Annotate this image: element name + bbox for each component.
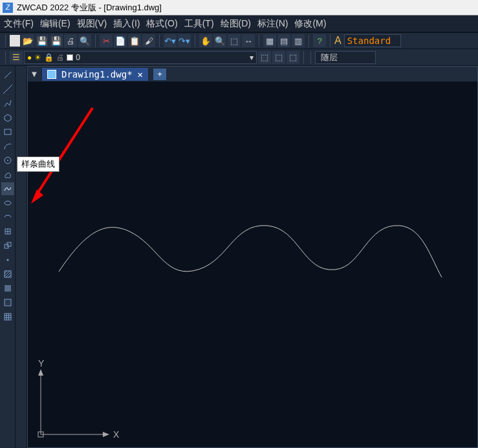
hatch-tool[interactable] (1, 268, 14, 281)
tab-label: Drawing1.dwg* (61, 69, 133, 80)
menu-tools[interactable]: 工具(T) (184, 18, 214, 30)
saveall-button[interactable]: 💾 (50, 34, 63, 47)
menu-edit[interactable]: 编辑(E) (40, 18, 71, 30)
layer-manager-button[interactable]: ☰ (10, 51, 23, 64)
menu-insert[interactable]: 插入(I) (113, 18, 140, 30)
drawing-canvas[interactable]: ▼ Drawing1.dwg* ✕ + Y X (27, 66, 478, 448)
zoom-extents-button[interactable]: ↔ (242, 34, 255, 47)
style-dropdown[interactable]: Standard (344, 34, 401, 47)
spline-tool[interactable] (1, 182, 14, 195)
point-tool[interactable] (1, 253, 14, 266)
cut-button[interactable]: ✂ (100, 34, 113, 47)
construction-line-tool[interactable] (1, 83, 14, 96)
separator-icon (309, 34, 309, 47)
ellipse-arc-tool[interactable] (1, 211, 14, 224)
help-button[interactable]: ? (313, 34, 326, 47)
annotation-arrow-head (31, 189, 43, 204)
separator-icon (159, 34, 160, 47)
rectangle-tool[interactable] (1, 125, 14, 138)
layer-color-swatch (67, 54, 73, 61)
toolbar-1: 📂 💾 💾 🖨 🔍 ✂ 📄 📋 🖌 ↶▾ ↷▾ ✋ 🔍 ⬚ ↔ ▦ ▤ ▥ ? … (0, 32, 478, 49)
zoom-button[interactable]: 🔍 (213, 34, 226, 47)
lock-icon: 🔒 (44, 53, 54, 62)
window-title: ZWCAD 2022 专业版 - [Drawing1.dwg] (17, 2, 162, 14)
chevron-down-icon: ▾ (250, 53, 254, 62)
ellipse-tool[interactable] (1, 197, 14, 209)
dwg-file-icon (47, 70, 56, 79)
main-area: ▼ Drawing1.dwg* ✕ + Y X (0, 66, 478, 448)
polygon-tool[interactable] (1, 111, 14, 124)
copy-button[interactable]: 📄 (114, 34, 127, 47)
open-folder-button[interactable]: 📂 (21, 34, 34, 47)
layer-freeze-button[interactable]: ⬚ (287, 51, 299, 64)
separator-icon (259, 34, 259, 47)
grip-icon (5, 34, 6, 47)
separator-icon (195, 34, 195, 47)
layer-name: 0 (76, 53, 80, 62)
menu-view[interactable]: 视图(V) (77, 18, 107, 30)
props-button[interactable]: ▦ (263, 34, 276, 47)
region-tool[interactable] (1, 296, 14, 309)
svg-rect-14 (5, 314, 11, 320)
zoom-window-button[interactable]: ⬚ (228, 34, 241, 47)
svg-point-6 (5, 201, 11, 205)
document-tab[interactable]: Drawing1.dwg* ✕ (42, 68, 148, 81)
menubar: 文件(F) 编辑(E) 视图(V) 插入(I) 格式(O) 工具(T) 绘图(D… (0, 16, 478, 32)
print-icon: 🖨 (56, 53, 64, 62)
table-tool[interactable] (1, 310, 14, 323)
match-button[interactable]: 🖌 (142, 34, 155, 47)
svg-rect-12 (5, 285, 11, 292)
bulb-icon: ● (27, 53, 32, 62)
drawn-spline (59, 226, 442, 277)
titlebar: Z ZWCAD 2022 专业版 - [Drawing1.dwg] (0, 0, 478, 16)
menu-draw[interactable]: 绘图(D) (221, 18, 251, 30)
save-button[interactable]: 💾 (36, 34, 49, 47)
spline-tooltip: 样条曲线 (17, 156, 60, 172)
svg-point-5 (7, 160, 8, 161)
new-file-button[interactable] (10, 35, 20, 47)
redo-button[interactable]: ↷▾ (178, 34, 191, 47)
tab-list-dropdown[interactable]: ▼ (29, 69, 39, 79)
grip-icon (5, 51, 6, 64)
svg-rect-3 (5, 129, 11, 134)
separator-icon (330, 34, 331, 47)
toolpalette-button[interactable]: ▤ (277, 34, 290, 47)
menu-format[interactable]: 格式(O) (146, 18, 177, 30)
arc-tool[interactable] (1, 140, 14, 153)
gradient-tool[interactable] (1, 282, 14, 295)
bylayer-dropdown[interactable]: 随层 (315, 51, 376, 64)
document-tab-bar: ▼ Drawing1.dwg* ✕ + (28, 67, 477, 82)
separator-icon (303, 51, 304, 64)
svg-point-10 (6, 259, 8, 261)
svg-rect-11 (5, 271, 11, 277)
paste-button[interactable]: 📋 (128, 34, 141, 47)
preview-button[interactable]: 🔍 (78, 34, 91, 47)
layer-prev-button[interactable]: ⬚ (258, 51, 271, 64)
toolbar-2: ☰ ● ☀ 🔒 🖨 0 ▾ ⬚ ⬚ ⬚ 随层 (0, 49, 478, 66)
undo-button[interactable]: ↶▾ (164, 34, 177, 47)
insert-block-tool[interactable] (1, 225, 14, 238)
svg-line-1 (3, 85, 12, 94)
app-icon: Z (3, 3, 13, 13)
svg-marker-18 (103, 432, 109, 437)
y-axis-label: Y (38, 358, 45, 368)
circle-tool[interactable] (1, 154, 14, 167)
calc-button[interactable]: ▥ (292, 34, 305, 47)
make-block-tool[interactable] (1, 239, 14, 252)
svg-line-0 (5, 72, 11, 78)
print-button[interactable]: 🖨 (64, 34, 77, 47)
revision-cloud-tool[interactable] (1, 168, 14, 181)
tab-close-button[interactable]: ✕ (138, 69, 143, 80)
line-tool[interactable] (1, 69, 14, 81)
polyline-tool[interactable] (1, 97, 14, 110)
new-tab-button[interactable]: + (153, 69, 166, 80)
menu-annotate[interactable]: 标注(N) (257, 18, 288, 30)
menu-modify[interactable]: 修改(M) (294, 18, 326, 30)
left-toolbar (0, 66, 16, 448)
layer-isolate-button[interactable]: ⬚ (272, 51, 285, 64)
layer-dropdown[interactable]: ● ☀ 🔒 🖨 0 ▾ (24, 51, 257, 64)
pan-button[interactable]: ✋ (199, 34, 212, 47)
svg-marker-2 (5, 114, 11, 122)
svg-marker-16 (38, 369, 43, 376)
menu-file[interactable]: 文件(F) (4, 18, 34, 30)
